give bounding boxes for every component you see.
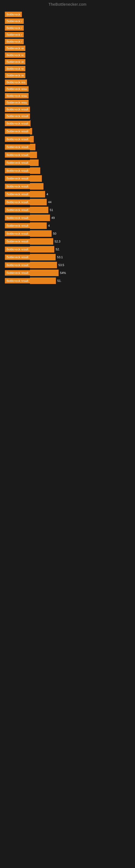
bar-value: 4 <box>45 193 49 196</box>
chart-row: Bottleneck result4 <box>5 191 130 197</box>
bar-label: Bottleneck result <box>5 278 30 283</box>
chart-row: Bottleneck r <box>5 19 130 24</box>
bar-fill <box>30 238 53 245</box>
bar-label: Bottleneck result <box>5 262 30 268</box>
chart-row: Bottleneck re <box>5 73 130 78</box>
bar-label: Bottleneck resu <box>5 100 29 105</box>
chart-row: Bottleneck result <box>5 175 130 182</box>
bar-fill <box>30 230 52 237</box>
chart-row: Bottleneck result44 <box>5 199 130 205</box>
bar-label: Bottleneck result <box>5 223 30 228</box>
bar-label: Bottleneck r <box>5 19 24 24</box>
chart-row: Bottleneck result <box>5 106 130 112</box>
bar-label: Bottleneck result <box>5 254 30 260</box>
bar-fill <box>30 199 47 205</box>
bar-label: Bottleneck result <box>5 168 30 173</box>
chart-container: BottleneckBottleneck rBottleneck rBottle… <box>0 8 135 288</box>
bar-label: Bottleneck re <box>5 66 26 71</box>
bar-value: 52. <box>54 248 61 251</box>
bar-fill <box>30 278 56 284</box>
bar-label: Bottleneck result <box>5 136 30 142</box>
chart-row: Bottleneck result51. <box>5 278 130 284</box>
chart-row: Bottleneck result <box>5 128 130 134</box>
bar-fill <box>30 207 48 213</box>
bar-value: 53.5 <box>57 264 65 267</box>
chart-row: Bottleneck <box>5 12 130 17</box>
bar-label: Bottleneck result <box>5 199 30 205</box>
bar-fill <box>30 120 31 127</box>
bar-label: Bottleneck result <box>5 239 30 244</box>
bar-value: 53.1 <box>56 255 64 259</box>
chart-row: Bottleneck result52.3 <box>5 238 130 245</box>
bar-label: Bottleneck resu <box>5 86 29 92</box>
bar-value: 49 <box>50 216 56 219</box>
bar-fill <box>30 222 47 229</box>
chart-row: Bottleneck r <box>5 39 130 44</box>
chart-row: Bottleneck result51 <box>5 207 130 213</box>
bar-fill <box>30 128 32 134</box>
bar-value: 54% <box>58 271 67 275</box>
chart-row: Bottleneck re <box>5 66 130 71</box>
chart-row: Bottleneck result54% <box>5 270 130 276</box>
chart-row: Bottleneck result <box>5 183 130 190</box>
bar-fill <box>30 152 37 158</box>
chart-row: Bottleneck re <box>5 52 130 58</box>
bar-value: 44 <box>47 200 53 204</box>
bar-fill <box>30 191 45 197</box>
bar-value: 52.3 <box>53 240 61 243</box>
bar-fill <box>30 215 50 221</box>
chart-row: Bottleneck result4 <box>5 222 130 229</box>
bar-fill <box>30 144 35 150</box>
bar-label: Bottleneck result <box>5 191 30 197</box>
chart-row: Bottleneck result53.1 <box>5 254 130 260</box>
bar-label: Bottleneck re <box>5 45 26 51</box>
bar-fill <box>30 159 39 166</box>
bar-label: Bottleneck result <box>5 184 30 189</box>
bar-value: 50 <box>52 232 57 235</box>
bar-fill <box>30 183 43 190</box>
bar-label: Bottleneck r <box>5 39 24 44</box>
chart-row: Bottleneck result50 <box>5 230 130 237</box>
bar-fill <box>30 270 58 276</box>
bar-fill <box>30 262 57 268</box>
bar-label: Bottleneck re <box>5 52 26 58</box>
bar-label: Bottleneck r <box>5 32 24 37</box>
bar-label: Bottleneck result <box>5 152 30 158</box>
bar-label: Bottleneck result <box>5 106 30 112</box>
chart-row: Bottleneck re <box>5 59 130 65</box>
chart-row: Bottleneck result49 <box>5 215 130 221</box>
chart-row: Bottleneck result52. <box>5 246 130 252</box>
bar-label: Bottleneck result <box>5 121 30 126</box>
bar-label: Bottleneck res <box>5 80 27 85</box>
chart-row: Bottleneck r <box>5 32 130 37</box>
chart-row: Bottleneck result53.5 <box>5 262 130 268</box>
bar-label: Bottleneck <box>5 12 22 17</box>
chart-row: Bottleneck result <box>5 113 130 119</box>
bar-label: Bottleneck r <box>5 25 24 31</box>
chart-row: Bottleneck result <box>5 120 130 127</box>
bar-value: 51 <box>48 208 54 212</box>
chart-row: Bottleneck r <box>5 25 130 31</box>
bar-value: 51. <box>56 279 63 282</box>
bar-label: Bottleneck result <box>5 270 30 276</box>
chart-row: Bottleneck result <box>5 152 130 158</box>
bar-label: Bottleneck re <box>5 73 26 78</box>
chart-row: Bottleneck result <box>5 136 130 143</box>
bar-label: Bottleneck result <box>5 144 30 150</box>
bar-fill <box>30 175 42 182</box>
chart-row: Bottleneck result <box>5 159 130 166</box>
page-wrapper: TheBottlenecker.com BottleneckBottleneck… <box>0 0 135 288</box>
chart-row: Bottleneck re <box>5 45 130 51</box>
bar-label: Bottleneck result <box>5 113 30 119</box>
chart-row: Bottleneck result <box>5 167 130 174</box>
chart-row: Bottleneck res <box>5 80 130 85</box>
bar-label: Bottleneck result <box>5 231 30 236</box>
bar-value: 4 <box>47 224 51 227</box>
bar-fill <box>30 136 34 143</box>
chart-row: Bottleneck result <box>5 144 130 150</box>
chart-row: Bottleneck resu <box>5 86 130 92</box>
bar-label: Bottleneck result <box>5 129 30 134</box>
chart-row: Bottleneck resu <box>5 100 130 105</box>
bar-fill <box>30 254 56 260</box>
bar-label: Bottleneck resu <box>5 93 29 98</box>
